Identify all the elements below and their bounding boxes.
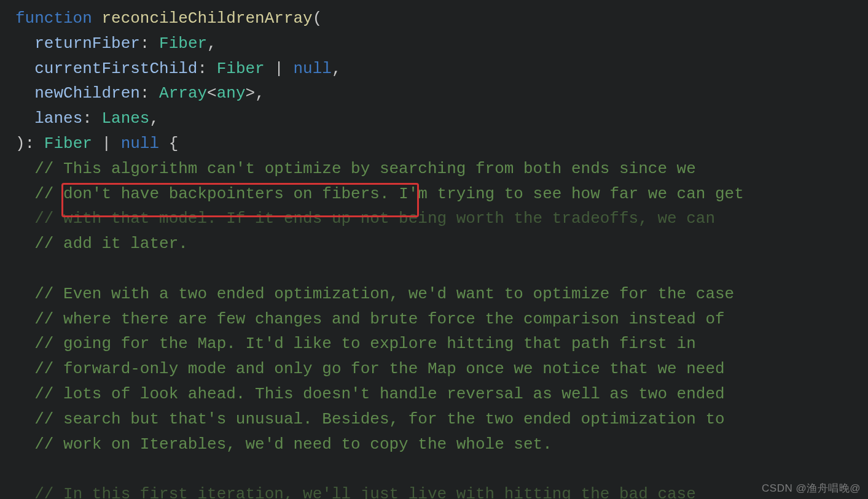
comment-line: // In this first iteration, we'll just l… [34, 485, 696, 499]
paren-close: ) [15, 134, 25, 153]
code-block: function reconcileChildrenArray( returnF… [0, 0, 868, 499]
type-Fiber: Fiber [217, 60, 265, 78]
comment-line: // forward-only mode and only go for the… [34, 360, 724, 378]
type-Array: Array [159, 84, 207, 103]
watermark: CSDN @渔舟唱晚@ [762, 481, 861, 495]
param-lanes: lanes [34, 109, 82, 128]
comment-line: // This algorithm can't optimize by sear… [34, 160, 696, 178]
comment-line: // search but that's unusual. Besides, f… [34, 410, 724, 428]
comment-line: // don't have backpointers on fibers. I'… [34, 185, 744, 203]
comment-line: // add it later. [34, 234, 188, 253]
paren-open: ( [313, 9, 323, 28]
brace-open: { [169, 134, 179, 153]
function-name: reconcileChildrenArray [101, 9, 312, 28]
highlighted-phrase: don't have backpointers on fibers. [63, 185, 389, 203]
keyword-function: function [15, 9, 92, 28]
comment-line: // with that model. If it ends up not be… [34, 209, 715, 228]
comment-line: // where there are few changes and brute… [34, 310, 724, 328]
comment-line: // lots of look ahead. This doesn't hand… [34, 385, 724, 403]
type-null: null [294, 60, 332, 78]
type-Lanes: Lanes [101, 109, 149, 128]
comment-line: // Even with a two ended optimization, w… [34, 285, 734, 303]
comment-line: // going for the Map. It'd like to explo… [34, 335, 696, 353]
type-any: any [217, 84, 246, 103]
param-currentFirstChild: currentFirstChild [34, 60, 197, 78]
comment-line: // work on Iterables, we'd need to copy … [34, 435, 552, 454]
ret-null: null [121, 134, 159, 153]
param-newChildren: newChildren [34, 84, 140, 103]
type-Fiber: Fiber [159, 34, 207, 53]
ret-Fiber: Fiber [44, 134, 92, 153]
param-returnFiber: returnFiber [34, 34, 140, 53]
